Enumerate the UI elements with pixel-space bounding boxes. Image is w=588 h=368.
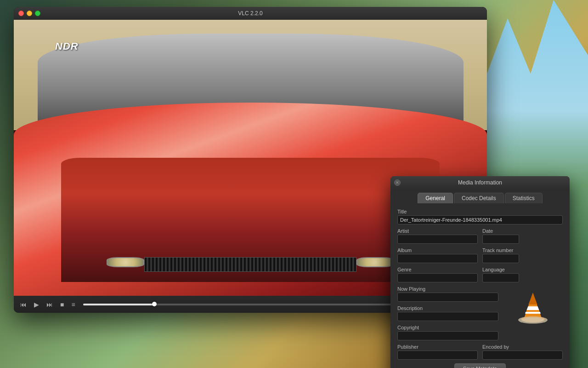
vlc-logo — [510, 290, 556, 336]
tab-codec-details[interactable]: Codec Details — [454, 193, 504, 203]
encoded-by-label: Encoded by — [482, 344, 563, 350]
publisher-input[interactable] — [397, 351, 478, 360]
album-label: Album — [397, 247, 478, 253]
genre-label: Genre — [397, 267, 478, 272]
copyright-row: Copyright — [397, 325, 512, 340]
language-input[interactable] — [482, 273, 519, 282]
play-button[interactable]: ▶ — [32, 300, 41, 309]
svg-marker-2 — [526, 306, 539, 310]
minimize-button[interactable] — [27, 11, 32, 16]
close-button[interactable] — [18, 11, 24, 16]
title-row: Title — [397, 209, 563, 224]
artist-date-row: Artist Date — [397, 228, 563, 244]
artist-group: Artist — [397, 228, 478, 244]
now-playing-input[interactable] — [397, 293, 498, 302]
vlc-titlebar: VLC 2.2.0 — [14, 7, 487, 20]
playlist-button[interactable]: ≡ — [69, 300, 77, 309]
encoded-by-input[interactable] — [482, 351, 563, 360]
panel-close-button[interactable]: ✕ — [394, 179, 401, 186]
publisher-label: Publisher — [397, 344, 478, 350]
track-number-label: Track number — [482, 247, 563, 253]
progress-knob[interactable] — [152, 302, 157, 306]
date-group: Date — [482, 228, 563, 244]
encoded-by-group: Encoded by — [482, 344, 563, 360]
track-number-group: Track number — [482, 247, 563, 263]
panel-titlebar: ✕ Media Information — [390, 176, 570, 189]
tab-general[interactable]: General — [418, 193, 453, 203]
genre-group: Genre — [397, 267, 478, 282]
fast-forward-button[interactable]: ⏭ — [45, 300, 55, 309]
svg-marker-4 — [525, 312, 541, 314]
media-info-panel: ✕ Media Information General Codec Detail… — [390, 176, 570, 368]
panel-tabs: General Codec Details Statistics — [390, 189, 570, 203]
car-grill — [144, 257, 356, 272]
description-label: Description — [397, 305, 512, 311]
now-playing-row: Now Playing — [397, 286, 512, 302]
save-button-container: Save Metadata — [397, 363, 563, 368]
headlight-right — [356, 257, 394, 267]
copyright-input[interactable] — [397, 331, 498, 340]
date-input[interactable] — [482, 235, 519, 244]
album-track-row: Album Track number — [397, 247, 563, 263]
genre-language-row: Genre Language — [397, 267, 563, 282]
tab-statistics[interactable]: Statistics — [505, 193, 543, 203]
panel-content: Title Artist Date Album Track number — [390, 203, 570, 368]
language-label: Language — [482, 267, 563, 272]
rewind-button[interactable]: ⏮ — [18, 300, 28, 309]
genre-input[interactable] — [397, 273, 478, 282]
car-front — [61, 158, 440, 282]
album-group: Album — [397, 247, 478, 263]
language-group: Language — [482, 267, 563, 282]
svg-marker-1 — [528, 293, 537, 305]
title-label: Title — [397, 209, 563, 214]
window-controls — [18, 11, 40, 16]
ndr-logo: NDR — [55, 40, 79, 52]
track-number-input[interactable] — [482, 254, 519, 263]
publisher-group: Publisher — [397, 344, 478, 360]
artist-input[interactable] — [397, 235, 478, 244]
description-row: Description — [397, 305, 512, 321]
description-input[interactable] — [397, 312, 498, 321]
artist-label: Artist — [397, 228, 478, 234]
copyright-label: Copyright — [397, 325, 512, 330]
content-with-logo: Now Playing Description Copyright — [397, 286, 563, 344]
publisher-encoded-row: Publisher Encoded by — [397, 344, 563, 360]
window-title: VLC 2.2.0 — [238, 10, 262, 17]
title-input[interactable] — [397, 215, 563, 224]
maximize-button[interactable] — [35, 11, 40, 16]
date-label: Date — [482, 228, 563, 234]
progress-fill — [83, 304, 155, 305]
now-playing-label: Now Playing — [397, 286, 512, 292]
svg-point-7 — [522, 317, 544, 322]
vlc-cone-icon — [514, 290, 551, 327]
save-metadata-button[interactable]: Save Metadata — [454, 363, 506, 368]
panel-title: Media Information — [458, 179, 502, 186]
headlight-left — [107, 257, 144, 267]
stop-button[interactable]: ■ — [58, 300, 66, 309]
album-input[interactable] — [397, 254, 478, 263]
